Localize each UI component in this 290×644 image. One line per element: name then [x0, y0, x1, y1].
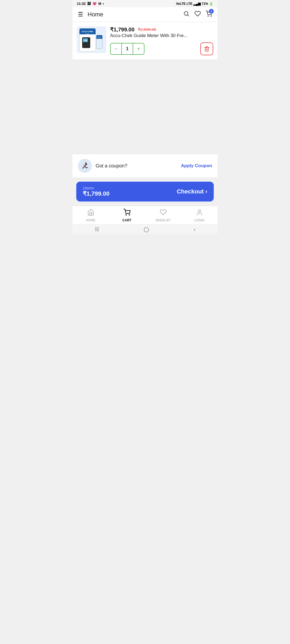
quantity-decrease-button[interactable]: − [111, 43, 121, 54]
nav-item-home[interactable]: HOME [83, 209, 99, 222]
svg-text:CHK: CHK [98, 38, 101, 40]
coupon-text: Got a coupon? [96, 163, 127, 169]
android-nav: ☷ ◯ ‹ [73, 224, 218, 234]
home-icon [87, 209, 94, 217]
empty-space [73, 60, 218, 154]
nav-label-login: LOGIN [194, 218, 204, 222]
wishlist-nav-icon [160, 209, 167, 217]
cart-wrapper[interactable]: 1 [206, 10, 212, 19]
quantity-increase-button[interactable]: + [133, 43, 144, 54]
nav-label-home: HOME [86, 218, 96, 222]
android-home-button[interactable]: ◯ [144, 226, 149, 232]
nav-item-cart[interactable]: CART [119, 209, 135, 222]
menu-button[interactable]: ☰ [78, 11, 83, 18]
battery-label: 71% [202, 2, 208, 6]
cart-nav-icon [124, 209, 130, 217]
product-image: ACCU-CHEK Guide 106 ACCU CHK [77, 26, 106, 53]
svg-point-2 [208, 16, 208, 16]
quantity-control: − 1 + [110, 43, 144, 55]
checkout-label: Checkout [177, 188, 204, 195]
svg-text:Guide: Guide [86, 33, 89, 35]
nav-item-wishlist[interactable]: WISHLIST [155, 209, 171, 222]
svg-line-22 [86, 167, 88, 168]
svg-line-20 [85, 166, 86, 168]
header-icons: 1 [183, 10, 212, 19]
coupon-icon [78, 159, 92, 173]
bottom-nav: HOME CART WISHLIST LOGIN [73, 206, 218, 224]
checkout-price: ₹1,799.00 [83, 190, 110, 197]
status-left: 11:32 🖼 💗 M • [77, 2, 104, 6]
price-row: ₹1,799.00 ₹2,599.00 [110, 26, 213, 33]
svg-point-25 [129, 215, 129, 215]
price-original: ₹2,599.00 [138, 27, 156, 32]
svg-line-23 [83, 167, 84, 168]
cart-badge: 1 [209, 9, 214, 14]
svg-line-1 [188, 15, 189, 16]
product-details: ₹1,799.00 ₹2,599.00 Accu-Chek Guide Mete… [110, 26, 213, 55]
coupon-section: Got a coupon? Apply Coupon [73, 154, 218, 178]
login-nav-icon [196, 209, 203, 217]
price-current: ₹1,799.00 [110, 26, 135, 33]
checkout-left: 1Items ₹1,799.00 [83, 186, 110, 197]
signal-label: VoLTE LTE [176, 2, 192, 6]
battery-icon: 🔋 [209, 2, 213, 6]
delete-button[interactable] [200, 42, 213, 55]
search-icon[interactable] [183, 10, 190, 19]
nav-label-cart: CART [122, 218, 131, 222]
page-title: Home [88, 11, 103, 18]
checkout-bar[interactable]: 1Items ₹1,799.00 Checkout › [76, 182, 214, 202]
android-back-button[interactable]: ‹ [194, 227, 195, 232]
header-left: ☰ Home [78, 11, 103, 18]
svg-text:ACCU-CHEK: ACCU-CHEK [82, 31, 93, 32]
quantity-row: − 1 + [110, 42, 213, 55]
product-card: ACCU-CHEK Guide 106 ACCU CHK ₹1,799.00 ₹… [73, 22, 218, 60]
dot-icon: • [103, 2, 104, 6]
gallery-icon: 🖼 [87, 2, 91, 6]
svg-point-24 [126, 215, 126, 215]
health-icon: 💗 [92, 2, 97, 6]
svg-text:106: 106 [84, 39, 87, 42]
time: 11:32 [77, 2, 86, 6]
checkout-chevron: › [205, 188, 207, 195]
product-name: Accu-Chek Guide Meter With 30 Fre... [110, 33, 213, 39]
status-bar: 11:32 🖼 💗 M • VoLTE LTE ▂▄▆ 71% 🔋 [73, 0, 218, 7]
checkout-items-count: 1Items [83, 186, 110, 190]
coupon-left: Got a coupon? [78, 159, 127, 173]
wishlist-icon[interactable] [194, 10, 201, 19]
android-recents-button[interactable]: ☷ [95, 226, 99, 232]
nav-item-login[interactable]: LOGIN [191, 209, 208, 222]
nav-label-wishlist: WISHLIST [155, 218, 171, 222]
svg-point-3 [211, 16, 211, 16]
checkout-right[interactable]: Checkout › [177, 188, 207, 195]
status-right: VoLTE LTE ▂▄▆ 71% 🔋 [176, 2, 213, 6]
quantity-value: 1 [121, 43, 133, 54]
svg-text:ACCU: ACCU [97, 36, 102, 38]
mail-icon: M [98, 2, 101, 6]
apply-coupon-button[interactable]: Apply Coupon [181, 163, 212, 169]
svg-point-26 [198, 210, 201, 212]
svg-point-0 [184, 12, 188, 15]
signal-bars-icon: ▂▄▆ [193, 2, 201, 6]
header: ☰ Home 1 [73, 7, 218, 22]
